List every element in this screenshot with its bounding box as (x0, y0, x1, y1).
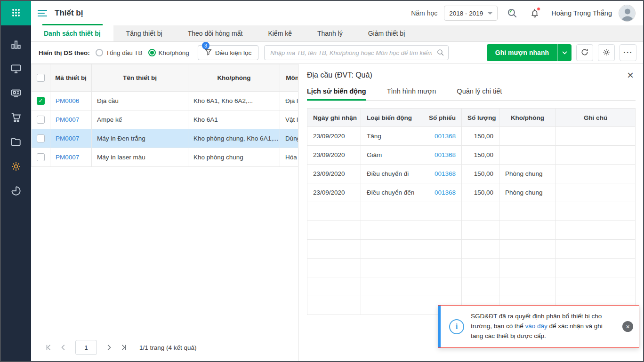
gear-icon (602, 48, 611, 58)
user-avatar[interactable] (619, 5, 636, 22)
toast-message: SGD&ĐT đã ra quyết định phân bổ thiết bị… (471, 306, 617, 347)
radio-kho-phong[interactable]: Kho/phòng (148, 49, 189, 56)
tab-tinh-hinh-muon[interactable]: Tình hình mượn (387, 87, 436, 100)
search-box (264, 45, 449, 60)
device-code-link[interactable]: PM0007 (56, 135, 79, 142)
device-room-cell: Kho 6A1 (188, 110, 280, 129)
hamburger-menu-icon[interactable] (38, 9, 47, 17)
search-icon[interactable] (504, 5, 520, 21)
row-checkbox[interactable] (37, 116, 45, 124)
user-name[interactable]: Hoàng Trọng Thắng (551, 9, 612, 17)
receipt-link[interactable]: 001368 (435, 133, 456, 140)
device-code-link[interactable]: PM0007 (56, 154, 79, 161)
school-year-label: Năm học (411, 9, 437, 17)
display-by-label: Hiển thị DS theo: (39, 49, 90, 56)
table-settings-button[interactable] (598, 44, 615, 61)
device-subject-cell: Địa lý (280, 92, 299, 110)
tab-lich-su-bien-dong[interactable]: Lịch sử biến động (307, 87, 366, 100)
history-quantity: 150,00 (462, 183, 499, 202)
receipt-link[interactable]: 001368 (435, 189, 456, 196)
tab-tang-thiet-bi[interactable]: Tăng thiết bị (113, 25, 175, 41)
device-row-selected[interactable]: PM0007 Máy in Đen trắng Kho phòng chung,… (32, 129, 299, 148)
tab-quan-ly-chi-tiet[interactable]: Quản lý chi tiết (457, 87, 502, 100)
device-row[interactable]: ✓ PM0006 Địa cầu Kho 6A1, Kho 6A2,... Đị… (32, 92, 299, 110)
search-magnifier-icon[interactable] (436, 48, 444, 58)
notifications-bell-icon[interactable] (527, 5, 543, 21)
device-code-link[interactable]: PM0007 (56, 116, 79, 123)
cart-icon[interactable] (9, 111, 23, 124)
quick-borrow-button[interactable]: Ghi mượn nhanh (487, 44, 557, 61)
filter-conditions-button[interactable]: 3 Điều kiện lọc (198, 45, 258, 60)
tab-thanh-ly[interactable]: Thanh lý (305, 25, 355, 41)
history-room: Phòng chung (499, 165, 556, 183)
current-page-box[interactable]: 1 (75, 340, 97, 355)
tab-giam-thiet-bi[interactable]: Giảm thiết bị (355, 25, 418, 41)
toast-link[interactable]: vào đây (525, 323, 547, 330)
history-empty-row (307, 202, 636, 221)
ellipsis-icon: ··· (623, 50, 633, 55)
bar-chart-icon[interactable] (9, 38, 23, 51)
col-ma-thiet-bi: Mã thiết bị (50, 64, 92, 92)
folder-icon[interactable] (9, 135, 23, 149)
tab-danh-sach-thiet-bi[interactable]: Danh sách thiết bị (31, 25, 113, 41)
app-launcher-button[interactable] (1, 1, 31, 25)
col-kho-phong-detail: Kho/phòng (499, 109, 556, 127)
pagination-summary: 1/1 trang (4 kết quả) (139, 344, 197, 351)
history-quantity: 150,00 (462, 146, 499, 165)
history-note (556, 146, 636, 165)
history-row: 23/09/2020 Tăng 001368 150,00 (307, 127, 636, 146)
search-input[interactable] (264, 45, 449, 60)
row-checkbox-checked[interactable]: ✓ (37, 97, 45, 105)
history-note (556, 183, 636, 202)
quick-borrow-dropdown-button[interactable] (557, 44, 572, 61)
header: Thiết bị Năm học 2018 - 2019 Hoàng Trọng… (31, 1, 643, 25)
receipt-link[interactable]: 001368 (435, 151, 456, 158)
device-name-cell: Máy in Đen trắng (92, 129, 188, 148)
receipt-link[interactable]: 001368 (435, 170, 456, 177)
device-row[interactable]: PM0007 Ampe kế Kho 6A1 Vật lý (32, 110, 299, 129)
more-actions-button[interactable]: ··· (620, 44, 636, 61)
col-ten-thiet-bi: Tên thiết bị (92, 64, 188, 92)
radio-circle-icon (96, 49, 103, 56)
select-all-cell (32, 64, 50, 92)
page-title: Thiết bị (55, 8, 83, 18)
device-name-cell: Ampe kế (92, 110, 188, 129)
col-mon-hoc: Môn học (280, 64, 299, 92)
device-detail-panel: Địa cầu (ĐVT: Quả) × Lịch sử biến động T… (298, 64, 643, 361)
last-page-button[interactable] (118, 341, 130, 354)
row-checkbox[interactable] (37, 134, 45, 142)
settings-icon[interactable] (9, 160, 23, 173)
close-icon[interactable]: × (625, 71, 636, 80)
device-table-header-row: Mã thiết bị Tên thiết bị Kho/phòng Môn h… (32, 64, 299, 92)
monitor-icon[interactable] (9, 62, 23, 75)
school-year-select[interactable]: 2018 - 2019 (444, 6, 498, 21)
col-ghi-chu: Ghi chú (556, 109, 636, 127)
history-room: Phòng chung (499, 183, 556, 202)
filter-funnel-icon (205, 48, 212, 57)
device-subject-cell: Vật lý (280, 110, 299, 129)
refresh-button[interactable] (576, 44, 593, 61)
radio-kho-phong-label: Kho/phòng (159, 49, 189, 56)
first-page-button[interactable] (42, 341, 55, 354)
projector-icon[interactable] (9, 87, 23, 100)
radio-tong-dau-tb-label: Tổng đầu TB (106, 49, 143, 56)
history-type: Tăng (361, 127, 423, 146)
device-name-cell: Máy in laser màu (92, 148, 188, 167)
refresh-icon (580, 48, 589, 58)
device-row[interactable]: PM0007 Máy in laser màu Kho phòng chung … (32, 148, 299, 167)
col-ngay-ghi-nhan: Ngày ghi nhận (307, 109, 361, 127)
pie-chart-icon[interactable] (9, 184, 23, 197)
tab-theo-doi-hong-mat[interactable]: Theo dõi hỏng mất (175, 25, 256, 41)
previous-page-button[interactable] (57, 341, 70, 354)
toast-close-icon[interactable]: × (622, 321, 633, 332)
tab-kiem-ke[interactable]: Kiểm kê (255, 25, 305, 41)
device-code-link[interactable]: PM0006 (56, 97, 79, 104)
sidebar (1, 1, 31, 361)
history-date: 23/09/2020 (307, 183, 361, 202)
row-checkbox[interactable] (37, 153, 45, 161)
select-all-checkbox[interactable] (37, 74, 45, 82)
next-page-button[interactable] (103, 341, 115, 354)
history-date: 23/09/2020 (307, 165, 361, 183)
history-header-row: Ngày ghi nhận Loại biến động Số phiếu Số… (307, 109, 636, 127)
radio-tong-dau-tb[interactable]: Tổng đầu TB (96, 49, 143, 56)
